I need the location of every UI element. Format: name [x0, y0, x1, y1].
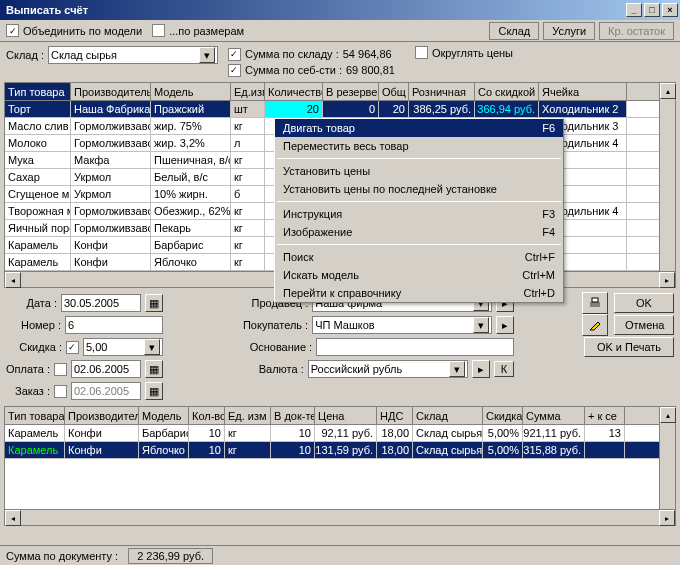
basis-label: Основание : — [250, 341, 313, 353]
table-row[interactable]: КарамельКонфиЯблочко10кг10131,59 руб.18,… — [5, 442, 659, 459]
print-icon[interactable] — [582, 292, 608, 314]
number-input[interactable]: 6 — [65, 316, 163, 334]
table-row[interactable]: КарамельКонфиБарбарис10кг1092,11 руб.18,… — [5, 425, 659, 442]
merge-by-model-label: Объединить по модели — [23, 25, 142, 37]
column-header[interactable]: Количество — [265, 83, 323, 100]
sum-warehouse-value: 54 964,86 — [343, 48, 392, 60]
column-header[interactable]: Скидка — [483, 407, 523, 424]
column-header[interactable]: Производитель — [65, 407, 139, 424]
currency-label: Валюта : — [259, 363, 304, 375]
window-title: Выписать счёт — [6, 4, 624, 16]
tab-services[interactable]: Услуги — [543, 22, 595, 40]
round-prices-checkbox[interactable] — [415, 46, 428, 59]
sum-cost-value: 69 800,81 — [346, 64, 395, 76]
menu-item[interactable]: Переместить весь товар — [275, 137, 563, 155]
doc-sum-value: 2 236,99 руб. — [128, 548, 213, 564]
ok-button[interactable]: OK — [614, 293, 674, 313]
chevron-down-icon: ▾ — [199, 47, 215, 63]
menu-item[interactable]: Установить цены — [275, 162, 563, 180]
sum-cost-label: Сумма по себ-сти : — [245, 64, 342, 76]
horizontal-scrollbar[interactable]: ◂▸ — [5, 509, 675, 525]
column-header[interactable]: Общ — [379, 83, 409, 100]
document-items-grid[interactable]: Тип товараПроизводительМодельКол-воЕд. и… — [4, 406, 676, 526]
column-header[interactable]: Тип товара — [5, 407, 65, 424]
date-picker-icon[interactable]: ▦ — [145, 382, 163, 400]
discount-select[interactable]: 5,00▾ — [83, 338, 163, 356]
buyer-select[interactable]: ЧП Машков▾ — [312, 316, 492, 334]
status-bar: Сумма по документу : 2 236,99 руб. — [0, 545, 680, 565]
warehouse-label: Склад : — [6, 49, 44, 61]
ok-print-button[interactable]: OK и Печать — [584, 337, 674, 357]
menu-item[interactable]: Установить цены по последней установке — [275, 180, 563, 198]
context-menu[interactable]: Двигать товарF6Переместить весь товарУст… — [274, 118, 564, 303]
column-header[interactable]: Со скидкой — [475, 83, 539, 100]
order-checkbox[interactable] — [54, 385, 67, 398]
close-button[interactable]: × — [662, 3, 678, 17]
menu-item[interactable]: ПоискCtrl+F — [275, 248, 563, 266]
column-header[interactable]: Ед. изм — [225, 407, 271, 424]
menu-item[interactable]: ИзображениеF4 — [275, 223, 563, 241]
summary-row: Склад : Склад сырья ▾ ✓ Сумма по складу … — [0, 42, 680, 82]
menu-item[interactable]: Двигать товарF6 — [275, 119, 563, 137]
column-header[interactable]: В док-те — [271, 407, 315, 424]
merge-by-model-checkbox[interactable]: ✓ — [6, 24, 19, 37]
column-header[interactable]: Кол-во — [189, 407, 225, 424]
payment-checkbox[interactable] — [54, 363, 67, 376]
lookup-icon[interactable]: ▸ — [472, 360, 490, 378]
round-prices-label: Округлять цены — [432, 47, 513, 59]
sum-warehouse-label: Сумма по складу : — [245, 48, 339, 60]
discount-label: Скидка : — [19, 341, 62, 353]
menu-item[interactable]: ИнструкцияF3 — [275, 205, 563, 223]
date-label: Дата : — [26, 297, 56, 309]
maximize-button[interactable]: □ — [644, 3, 660, 17]
sum-cost-checkbox[interactable]: ✓ — [228, 64, 241, 77]
menu-item[interactable]: Искать модельCtrl+M — [275, 266, 563, 284]
payment-label: Оплата : — [6, 363, 50, 375]
edit-icon[interactable] — [582, 314, 608, 336]
svg-rect-0 — [590, 302, 600, 307]
column-header[interactable]: Производитель — [71, 83, 151, 100]
cancel-button[interactable]: Отмена — [614, 315, 674, 335]
column-header[interactable]: Цена — [315, 407, 377, 424]
column-header[interactable]: НДС — [377, 407, 413, 424]
vertical-scrollbar[interactable]: ▴ — [659, 407, 675, 509]
order-label: Заказ : — [15, 385, 50, 397]
discount-checkbox[interactable]: ✓ — [66, 341, 79, 354]
tab-warehouse[interactable]: Склад — [489, 22, 539, 40]
buyer-label: Покупатель : — [243, 319, 308, 331]
by-sizes-checkbox[interactable] — [152, 24, 165, 37]
column-header[interactable]: Сумма — [523, 407, 585, 424]
date-input[interactable]: 30.05.2005 — [61, 294, 141, 312]
k-button[interactable]: К — [494, 361, 514, 377]
column-header[interactable]: Модель — [139, 407, 189, 424]
date-picker-icon[interactable]: ▦ — [145, 294, 163, 312]
svg-rect-1 — [592, 298, 598, 302]
title-bar: Выписать счёт _ □ × — [0, 0, 680, 20]
column-header[interactable]: Ед.изм — [231, 83, 265, 100]
basis-input[interactable] — [316, 338, 514, 356]
vertical-scrollbar[interactable]: ▴ — [659, 83, 675, 271]
column-header[interactable]: Модель — [151, 83, 231, 100]
minimize-button[interactable]: _ — [626, 3, 642, 17]
tab-remainder: Кр. остаток — [599, 22, 674, 40]
order-input[interactable]: 02.06.2005 — [71, 382, 141, 400]
date-picker-icon[interactable]: ▦ — [145, 360, 163, 378]
column-header[interactable]: Розничная — [409, 83, 475, 100]
form-area: Дата :30.05.2005▦ Номер :6 Скидка :✓5,00… — [0, 288, 680, 406]
lookup-icon[interactable]: ▸ — [496, 316, 514, 334]
table-row[interactable]: ТортНаша ФабрикаПражскийшт20020386,25 ру… — [5, 101, 659, 118]
column-header[interactable]: Тип товара — [5, 83, 71, 100]
doc-sum-label: Сумма по документу : — [6, 550, 118, 562]
currency-select[interactable]: Российский рубль▾ — [308, 360, 468, 378]
toolbar: ✓ Объединить по модели ...по размерам Ск… — [0, 20, 680, 42]
column-header[interactable]: Ячейка — [539, 83, 627, 100]
column-header[interactable]: В резерве — [323, 83, 379, 100]
column-header[interactable]: Склад — [413, 407, 483, 424]
by-sizes-label: ...по размерам — [169, 25, 244, 37]
column-header[interactable]: + к се — [585, 407, 625, 424]
number-label: Номер : — [21, 319, 61, 331]
warehouse-select[interactable]: Склад сырья ▾ — [48, 46, 218, 64]
payment-input[interactable]: 02.06.2005 — [71, 360, 141, 378]
menu-item[interactable]: Перейти к справочникуCtrl+D — [275, 284, 563, 302]
sum-warehouse-checkbox[interactable]: ✓ — [228, 48, 241, 61]
